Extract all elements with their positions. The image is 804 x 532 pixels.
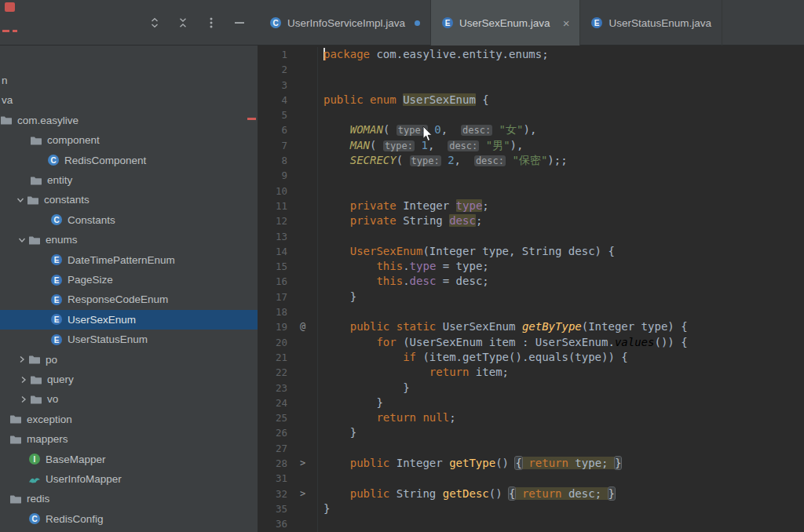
- code-line[interactable]: 10: [258, 184, 804, 199]
- code-area[interactable]: 1package com.easylive.entity.enums;234pu…: [258, 46, 804, 532]
- code-line[interactable]: 8 SECRECY( type: 2, desc: "保密");;: [258, 153, 804, 168]
- chevron-right-icon[interactable]: [19, 395, 30, 404]
- svg-text:C: C: [272, 19, 278, 27]
- tree-item[interactable]: component: [0, 130, 258, 150]
- top-bar: CUserInfoServiceImpl.javaEUserSexEnum.ja…: [0, 0, 804, 46]
- tree-item[interactable]: com.easylive: [0, 111, 258, 130]
- code-line[interactable]: 9: [258, 168, 804, 183]
- code-line[interactable]: 18: [258, 304, 804, 319]
- fold-marker[interactable]: >: [294, 486, 317, 501]
- gutter-spacer: [294, 501, 317, 516]
- code-line[interactable]: 25 return null;: [258, 410, 804, 425]
- collapse-all-icon[interactable]: [174, 14, 192, 31]
- gutter-spacer: [294, 78, 317, 93]
- code-line[interactable]: 7 MAN( type: 1, desc: "男"),: [258, 138, 804, 153]
- chevron-right-icon[interactable]: [19, 375, 30, 384]
- code-line[interactable]: 36: [258, 516, 804, 531]
- tree-item[interactable]: EResponseCodeEnum: [0, 290, 258, 309]
- tree-item[interactable]: n: [0, 71, 258, 90]
- code-line[interactable]: 26 }: [258, 425, 804, 440]
- tree-item[interactable]: po: [0, 350, 258, 370]
- tree-item-label: constants: [42, 194, 90, 206]
- enum-icon: E: [50, 274, 66, 286]
- class-icon: C: [28, 512, 44, 525]
- hide-panel-icon[interactable]: [231, 14, 248, 31]
- code-text: public String getDesc() { return desc; }: [317, 486, 804, 501]
- svg-text:E: E: [54, 256, 60, 264]
- folder-icon: [30, 393, 46, 406]
- gutter-spacer: [294, 153, 317, 168]
- tree-item[interactable]: exception: [0, 410, 258, 429]
- code-line[interactable]: 4public enum UserSexEnum {: [258, 93, 804, 107]
- tree-item-label: ResponseCodeEnum: [66, 293, 168, 305]
- editor-tab[interactable]: CUserInfoServiceImpl.java: [259, 0, 431, 46]
- code-line[interactable]: 22 return item;: [258, 365, 804, 380]
- tree-item[interactable]: EPageSize: [0, 270, 258, 290]
- code-line[interactable]: 11 private Integer type;: [258, 199, 804, 213]
- tree-item[interactable]: va: [0, 90, 258, 110]
- code-text: [317, 229, 804, 244]
- line-number: 2: [258, 62, 294, 77]
- code-line[interactable]: 20 for (UserSexEnum item : UserSexEnum.v…: [258, 335, 804, 350]
- editor-tab[interactable]: EUserSexEnum.java×: [431, 0, 580, 46]
- app-icon[interactable]: [5, 2, 15, 12]
- tree-item[interactable]: vo: [0, 389, 258, 409]
- tree-item[interactable]: mappers: [0, 429, 258, 449]
- code-line[interactable]: 3: [258, 78, 804, 93]
- code-line[interactable]: 19@ public static UserSexEnum getByType(…: [258, 319, 804, 334]
- tree-item[interactable]: query: [0, 370, 258, 389]
- code-line[interactable]: 23 }: [258, 381, 804, 395]
- line-number: 18: [258, 304, 294, 319]
- project-tree[interactable]: nvacom.easylivecomponentCRedisComponente…: [0, 46, 258, 532]
- chevron-down-icon[interactable]: [16, 195, 27, 205]
- code-line[interactable]: 27: [258, 441, 804, 456]
- tree-item[interactable]: enums: [0, 230, 258, 250]
- tree-item[interactable]: UserInfoMapper: [0, 469, 258, 489]
- gutter-spacer: [294, 516, 317, 531]
- tree-item[interactable]: CRedisConfig: [0, 509, 258, 529]
- close-icon[interactable]: ×: [563, 17, 570, 29]
- gutter-spacer: [294, 259, 317, 274]
- tree-item[interactable]: constants: [0, 190, 258, 210]
- code-line[interactable]: 12 private String desc;: [258, 213, 804, 228]
- tree-item-label: redis: [25, 493, 49, 505]
- line-number: 31: [258, 471, 294, 486]
- tree-item[interactable]: EUserStatusEnum: [0, 330, 258, 349]
- more-options-icon[interactable]: [203, 14, 220, 31]
- code-line[interactable]: 15 this.type = type;: [258, 259, 804, 274]
- code-line[interactable]: 32> public String getDesc() { return des…: [258, 486, 804, 501]
- tree-item[interactable]: entity: [0, 170, 258, 190]
- code-text: this.type = type;: [317, 259, 804, 274]
- tree-item[interactable]: redis: [0, 489, 258, 508]
- tree-item[interactable]: CConstants: [0, 210, 258, 230]
- code-line[interactable]: 13: [258, 229, 804, 244]
- tree-item[interactable]: EDateTimePatternEnum: [0, 250, 258, 270]
- annotation-gutter-mark[interactable]: @: [294, 319, 317, 334]
- code-line[interactable]: 1package com.easylive.entity.enums;: [258, 47, 804, 62]
- chevron-down-icon[interactable]: [17, 235, 28, 245]
- code-text: SECRECY( type: 2, desc: "保密");;: [317, 153, 804, 168]
- editor-tab[interactable]: EUserStatusEnum.java: [580, 0, 722, 46]
- expand-all-icon[interactable]: [146, 14, 163, 31]
- tree-item[interactable]: EUserSexEnum: [0, 310, 258, 330]
- code-line[interactable]: 28> public Integer getType() { return ty…: [258, 456, 804, 471]
- folder-icon: [9, 433, 25, 446]
- tree-item[interactable]: IBaseMapper: [0, 450, 258, 469]
- svg-text:I: I: [34, 455, 36, 464]
- code-line[interactable]: 35}: [258, 501, 804, 516]
- code-line[interactable]: 6 WOMAN( type: 0, desc: "女"),: [258, 122, 804, 137]
- code-line[interactable]: 14 UserSexEnum(Integer type, String desc…: [258, 244, 804, 259]
- code-line[interactable]: 31: [258, 471, 804, 486]
- chevron-right-icon[interactable]: [17, 355, 28, 364]
- code-line[interactable]: 17 }: [258, 290, 804, 304]
- code-line[interactable]: 24 }: [258, 395, 804, 410]
- tree-item[interactable]: CRedisComponent: [0, 151, 258, 170]
- code-line[interactable]: 21 if (item.getType().equals(type)) {: [258, 350, 804, 365]
- code-line[interactable]: 5: [258, 107, 804, 122]
- code-line[interactable]: 16 this.desc = desc;: [258, 274, 804, 289]
- code-line[interactable]: 2: [258, 62, 804, 77]
- svg-text:E: E: [445, 19, 451, 27]
- fold-marker[interactable]: >: [294, 456, 317, 471]
- code-text: if (item.getType().equals(type)) {: [317, 350, 804, 365]
- tree-item-label: va: [0, 94, 13, 106]
